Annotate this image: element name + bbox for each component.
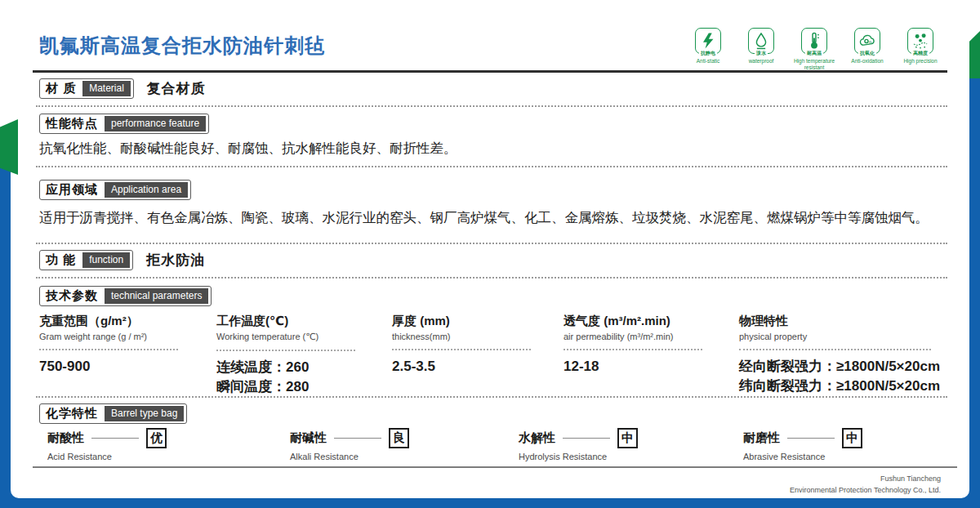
separator [36, 243, 947, 244]
material-badge: 材 质 Material [39, 78, 134, 99]
anti-oxidation-icon: O₂ 抗氧化 [854, 28, 880, 54]
feature-icon-row: 抗静电 Anti-static 泼水 waterproof [686, 28, 942, 71]
param-separator [392, 349, 531, 350]
performance-badge: 性能特点 performance feature [39, 114, 209, 134]
chem-label-en: Acid Resistance [47, 452, 167, 461]
section-performance: 性能特点 performance feature [39, 114, 209, 134]
chem-connector-line [334, 438, 381, 439]
chem-label-en: Abrasive Resistance [743, 452, 862, 461]
chem-acid-resistance: 耐酸性 优 Acid Resistance [47, 428, 167, 461]
chem-alkali-resistance: 耐碱性 良 Alkali Resistance [290, 428, 409, 461]
badge-label-zh: 化学特性 [46, 406, 98, 421]
feature-icon-high-precision: 高精度 High precision [898, 28, 942, 65]
param-thickness: 厚度 (mm) thickness(mm) 2.5-3.5 [392, 314, 564, 397]
icon-label-zh: 高精度 [911, 51, 929, 56]
param-header-zh: 物理特性 [739, 314, 947, 329]
badge-label-zh: 应用领域 [46, 182, 98, 198]
chem-grade-box: 良 [389, 428, 409, 448]
technical-parameters-badge: 技术参数 technical parameters [39, 286, 212, 306]
badge-label-en: Material [82, 81, 131, 96]
badge-label-en: technical parameters [105, 288, 208, 303]
title-rule [33, 70, 947, 73]
footer-rule [33, 466, 957, 468]
badge-label-zh: 技术参数 [46, 288, 98, 304]
icon-label-zh: 耐高温 [805, 51, 823, 56]
chem-label-en: Alkali Resistance [290, 452, 409, 461]
chem-abrasive-resistance: 耐磨性 中 Abrasive Resistance [743, 428, 862, 461]
param-header-en: thickness(mm) [392, 332, 564, 341]
anti-static-icon: 抗静电 [695, 28, 721, 54]
param-working-temperature: 工作温度(℃) Working temperature (℃) 连续温度：260… [216, 314, 392, 397]
high-precision-icon: 高精度 [907, 28, 933, 54]
section-technical-parameters: 技术参数 technical parameters [39, 286, 212, 306]
application-badge: 应用领域 Application area [39, 180, 191, 200]
chem-connector-line [563, 438, 610, 439]
feature-icon-waterproof: 泼水 waterproof [739, 28, 783, 65]
separator [36, 166, 947, 167]
icon-label-en: Anti-oxidation [851, 58, 883, 65]
chem-row: 耐磨性 中 [743, 428, 862, 448]
badge-label-zh: 材 质 [46, 81, 76, 96]
chem-connector-line [787, 438, 835, 439]
param-value: 经向断裂强力：≥1800N/5×20cm 纬向断裂强力：≥1800N/5×20c… [739, 357, 947, 396]
icon-label-zh: 泼水 [755, 51, 768, 56]
param-air-permeability: 透气度 (m³/m².min) air permeability (m³/m².… [564, 314, 739, 397]
application-text: 适用于沥青搅拌、有色金属冶炼、陶瓷、玻璃、水泥行业的窑头、钢厂高炉煤气、化工、金… [39, 209, 929, 227]
separator [36, 396, 947, 398]
param-separator [39, 349, 178, 350]
chemical-properties-badge: 化学特性 Barrel type bag [39, 403, 187, 424]
section-chemical-properties: 化学特性 Barrel type bag [39, 403, 187, 424]
footer-company: Fushun Tiancheng Environmental Protectio… [790, 474, 941, 497]
param-header-zh: 透气度 (m³/m².min) [564, 314, 739, 329]
function-badge: 功 能 function [39, 250, 133, 270]
chem-row: 耐酸性 优 [47, 428, 167, 448]
badge-label-en: Application area [105, 182, 188, 197]
section-material: 材 质 Material 复合材质 [39, 78, 206, 99]
company-name-line1: Fushun Tiancheng [790, 474, 941, 485]
param-header-en: Working temperature (℃) [216, 332, 392, 342]
icon-label-zh: 抗氧化 [858, 51, 876, 56]
param-gram-weight: 克重范围（g/m²） Gram weight range (g / m²) 75… [39, 314, 216, 397]
chem-grade-box: 中 [842, 428, 862, 448]
chem-label-en: Hydrolysis Resistance [519, 452, 638, 461]
separator [36, 277, 947, 279]
chem-grade-box: 中 [617, 428, 638, 448]
icon-label-zh: 抗静电 [699, 51, 717, 56]
badge-label-zh: 功 能 [46, 252, 76, 268]
badge-label-en: Barrel type bag [105, 406, 184, 421]
param-header-zh: 厚度 (mm) [392, 314, 564, 329]
separator [36, 105, 947, 107]
icon-label-en: High precision [903, 58, 937, 65]
waterproof-icon: 泼水 [748, 28, 774, 54]
datasheet: 凯氟斯高温复合拒水防油针刺毡 抗静电 Anti-static 泼水 waterp… [0, 0, 980, 508]
page-title: 凯氟斯高温复合拒水防油针刺毡 [39, 33, 325, 59]
high-temperature-icon: 耐高温 [801, 28, 827, 54]
chem-label-zh: 耐磨性 [743, 430, 780, 446]
param-value: 750-900 [39, 357, 216, 377]
param-header-zh: 克重范围（g/m²） [39, 314, 216, 329]
chem-grade-box: 优 [146, 428, 167, 448]
badge-label-en: function [82, 252, 130, 267]
param-separator [739, 349, 931, 350]
chem-connector-line [91, 438, 139, 439]
svg-text:O₂: O₂ [869, 41, 873, 44]
icon-label-en: Anti-static [697, 58, 720, 65]
chem-row: 水解性 中 [519, 428, 638, 448]
param-separator [564, 349, 702, 350]
param-separator [216, 350, 355, 351]
feature-icon-high-temperature: 耐高温 High temperature resistant [792, 28, 836, 71]
feature-icon-anti-oxidation: O₂ 抗氧化 Anti-oxidation [845, 28, 889, 65]
material-value: 复合材质 [147, 79, 206, 98]
chem-hydrolysis-resistance: 水解性 中 Hydrolysis Resistance [519, 428, 638, 461]
param-value: 2.5-3.5 [392, 357, 564, 377]
chem-label-zh: 水解性 [519, 430, 555, 446]
badge-label-en: performance feature [105, 116, 206, 131]
icon-label-en: High temperature resistant [792, 58, 836, 71]
function-value: 拒水防油 [146, 251, 205, 270]
chem-label-zh: 耐酸性 [47, 430, 84, 446]
param-header-zh: 工作温度(℃) [216, 314, 392, 329]
parameters-table: 克重范围（g/m²） Gram weight range (g / m²) 75… [39, 314, 947, 397]
param-header-en: air permeability (m³/m².min) [564, 332, 739, 341]
param-value: 12-18 [564, 357, 739, 377]
performance-text: 抗氧化性能、耐酸碱性能良好、耐腐蚀、抗水解性能良好、耐折性差。 [39, 140, 457, 158]
